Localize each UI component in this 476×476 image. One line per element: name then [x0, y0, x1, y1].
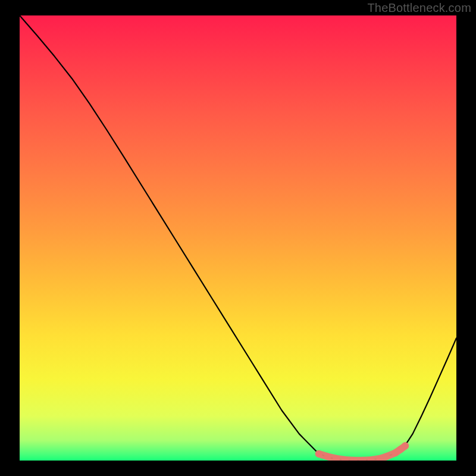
- highlight-marker: [315, 450, 322, 458]
- chart-frame: TheBottleneck.com: [0, 0, 476, 476]
- watermark-text: TheBottleneck.com: [367, 1, 471, 15]
- bottleneck-chart: [20, 15, 456, 461]
- highlight-marker: [324, 453, 331, 460]
- highlight-marker: [402, 442, 409, 449]
- chart-svg: [20, 15, 456, 461]
- gradient-background: [20, 15, 456, 461]
- highlight-marker: [383, 453, 390, 460]
